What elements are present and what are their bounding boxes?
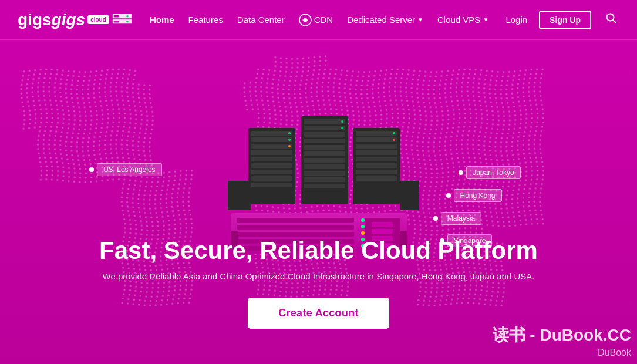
svg-rect-32	[304, 171, 345, 176]
svg-point-64	[361, 231, 365, 235]
svg-rect-31	[304, 164, 345, 169]
svg-rect-18	[251, 176, 292, 181]
hero-subtitle: We provide Reliable Asia and China Optim…	[12, 271, 625, 281]
svg-point-62	[361, 218, 365, 222]
location-name: Hong Kong	[454, 189, 502, 202]
svg-rect-2	[113, 15, 119, 17]
svg-rect-25	[304, 126, 345, 130]
nav-right: Login Sign Up	[505, 10, 619, 29]
svg-rect-54	[237, 232, 354, 237]
svg-rect-34	[304, 184, 345, 188]
nav-home[interactable]: Home	[150, 15, 174, 25]
nav-cdn[interactable]: CDN	[299, 14, 333, 26]
svg-rect-16	[251, 163, 292, 168]
search-icon	[605, 12, 617, 24]
svg-rect-53	[237, 225, 354, 230]
svg-point-63	[361, 225, 365, 228]
location-name: Japan, Tokyo	[466, 166, 521, 179]
svg-rect-49	[400, 181, 419, 210]
svg-point-47	[393, 139, 395, 141]
svg-point-21	[288, 139, 291, 141]
signup-button[interactable]: Sign Up	[539, 11, 591, 29]
logo[interactable]: gigsgigs cloud	[18, 11, 133, 29]
svg-rect-30	[304, 158, 345, 163]
svg-rect-44	[356, 170, 397, 174]
svg-rect-24	[304, 119, 345, 124]
svg-rect-38	[356, 131, 397, 136]
location-name: US, Los Angeles	[97, 163, 162, 176]
cdn-icon	[299, 14, 312, 26]
svg-rect-15	[251, 157, 292, 161]
login-link[interactable]: Login	[505, 15, 527, 25]
location-dot	[89, 167, 94, 172]
location-dot	[433, 216, 438, 221]
location-japan: Japan, Tokyo	[459, 166, 521, 179]
nav-dedicated-server[interactable]: Dedicated Server ▼	[347, 15, 423, 25]
svg-rect-41	[356, 150, 397, 155]
svg-rect-48	[228, 181, 251, 210]
location-hk: Hong Kong	[446, 189, 502, 202]
location-dot	[459, 170, 463, 175]
location-name: Malaysia	[441, 212, 481, 225]
svg-rect-12	[251, 137, 292, 142]
location-us: US, Los Angeles	[89, 163, 162, 176]
svg-rect-33	[304, 177, 345, 182]
svg-point-35	[341, 120, 343, 123]
svg-line-9	[613, 20, 616, 23]
svg-rect-39	[356, 137, 397, 142]
svg-rect-52	[237, 218, 354, 223]
dedicated-server-arrow: ▼	[417, 16, 423, 23]
svg-rect-45	[356, 176, 397, 181]
hero-title: Fast, Secure, Reliable Cloud Platform	[12, 237, 625, 264]
search-button[interactable]	[603, 10, 619, 29]
hero-content: Fast, Secure, Reliable Cloud Platform We…	[0, 237, 637, 329]
svg-rect-14	[251, 150, 292, 155]
svg-rect-58	[372, 222, 393, 227]
svg-point-36	[341, 127, 343, 129]
svg-point-20	[288, 132, 291, 134]
svg-point-5	[126, 20, 129, 22]
svg-rect-19	[251, 183, 292, 187]
logo-server-icon	[112, 12, 133, 28]
svg-point-4	[126, 15, 129, 17]
logo-cloud-badge: cloud	[87, 15, 109, 24]
svg-point-7	[304, 18, 307, 22]
svg-point-46	[393, 132, 395, 134]
svg-rect-3	[113, 20, 119, 22]
hero-section: US, Los Angeles Japan, Tokyo Hong Kong M…	[0, 40, 637, 364]
nav-features[interactable]: Features	[188, 15, 223, 25]
logo-text: gigsgigs	[18, 11, 85, 29]
svg-point-22	[288, 145, 291, 147]
svg-rect-13	[251, 144, 292, 149]
svg-rect-29	[304, 151, 345, 156]
svg-rect-59	[372, 229, 393, 234]
nav-links: Home Features Data Center CDN Dedicated …	[150, 14, 488, 26]
svg-rect-28	[304, 145, 345, 150]
svg-rect-17	[251, 170, 292, 174]
svg-rect-27	[304, 139, 345, 143]
svg-rect-43	[356, 163, 397, 168]
create-account-button[interactable]: Create Account	[248, 298, 389, 329]
location-malaysia: Malaysia	[433, 212, 481, 225]
nav-cloud-vps[interactable]: Cloud VPS ▼	[437, 15, 488, 25]
nav-datacenter[interactable]: Data Center	[237, 15, 285, 25]
cloud-vps-arrow: ▼	[483, 16, 488, 23]
svg-rect-40	[356, 144, 397, 149]
svg-rect-26	[304, 132, 345, 137]
navbar: gigsgigs cloud Home Features Data Center…	[0, 0, 637, 40]
location-dot	[446, 193, 451, 198]
svg-rect-11	[251, 131, 292, 136]
svg-rect-42	[356, 157, 397, 161]
